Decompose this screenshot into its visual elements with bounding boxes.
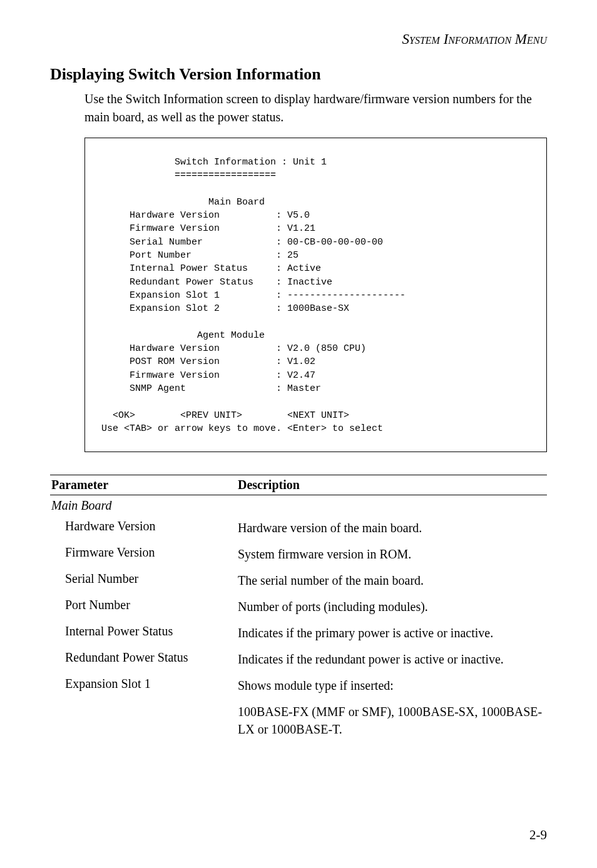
table-cell-param: Expansion Slot 1 <box>50 677 238 691</box>
table-cell-desc: Shows module type if inserted: <box>238 677 547 694</box>
page-number: 2-9 <box>529 827 547 843</box>
table-cell-desc: Indicates if the redundant power is acti… <box>238 650 547 668</box>
terminal-box: Switch Information : Unit 1 ============… <box>84 138 547 452</box>
table-header-parameter: Parameter <box>50 478 238 492</box>
table-cell-param: Firmware Version <box>50 545 238 560</box>
table-cell-param: Port Number <box>50 598 238 612</box>
table-group-label: Main Board <box>50 495 547 515</box>
table-row: Hardware VersionHardware version of the … <box>50 515 547 541</box>
parameter-table: Parameter Description Main Board Hardwar… <box>50 475 547 742</box>
table-row: Firmware VersionSystem firmware version … <box>50 541 547 567</box>
table-row: Expansion Slot 1Shows module type if ins… <box>50 672 547 699</box>
table-cell-param: Hardware Version <box>50 519 238 533</box>
table-cell-desc: Hardware version of the main board. <box>238 519 547 537</box>
table-cell-desc: The serial number of the main board. <box>238 572 547 589</box>
table-cell-desc: 100BASE-FX (MMF or SMF), 1000BASE-SX, 10… <box>238 703 547 738</box>
table-row: Serial NumberThe serial number of the ma… <box>50 567 547 593</box>
table-row: 100BASE-FX (MMF or SMF), 1000BASE-SX, 10… <box>50 699 547 742</box>
table-row: Redundant Power StatusIndicates if the r… <box>50 646 547 672</box>
table-header-description: Description <box>238 478 547 492</box>
table-row: Port NumberNumber of ports (including mo… <box>50 593 547 620</box>
section-title: Displaying Switch Version Information <box>50 65 547 84</box>
table-cell-param: Internal Power Status <box>50 624 238 638</box>
intro-paragraph: Use the Switch Information screen to dis… <box>84 90 547 126</box>
table-row: Internal Power StatusIndicates if the pr… <box>50 620 547 646</box>
table-cell-param: Serial Number <box>50 572 238 586</box>
table-cell-desc: System firmware version in ROM. <box>238 545 547 563</box>
table-header-row: Parameter Description <box>50 475 547 495</box>
table-cell-desc: Indicates if the primary power is active… <box>238 624 547 642</box>
table-cell-desc: Number of ports (including modules). <box>238 598 547 615</box>
running-head: System Information Menu <box>50 31 547 48</box>
table-cell-param: Redundant Power Status <box>50 650 238 665</box>
